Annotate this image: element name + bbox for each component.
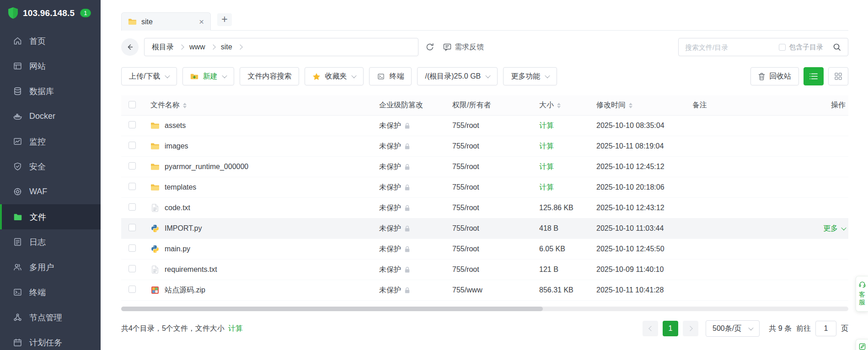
sidebar-item-database[interactable]: 数据库 — [0, 79, 101, 104]
modified-time: 2025-10-10 20:18:06 — [596, 183, 692, 191]
modified-time: 2025-10-10 11:03:44 — [596, 224, 692, 233]
row-checkbox[interactable] — [129, 142, 136, 149]
size-calc-link[interactable]: 计算 — [539, 142, 554, 150]
total-size-calc-link[interactable]: 计算 — [228, 324, 243, 334]
recycle-bin-button[interactable]: 回收站 — [750, 67, 799, 85]
tab-close-icon[interactable]: × — [199, 17, 204, 26]
feedback-link[interactable]: 需求反馈 — [443, 42, 484, 52]
table-row[interactable]: requirements.txt 未保护 755/root 121 B 2025… — [121, 260, 848, 280]
back-button[interactable] — [121, 38, 139, 56]
more-features-button[interactable]: 更多功能 — [503, 67, 557, 85]
path-bar: 根目录 www site 需求反馈 包含子目录 — [121, 38, 848, 56]
refresh-button[interactable] — [425, 42, 434, 52]
customer-support-widget[interactable]: 客服 — [856, 276, 868, 312]
sidebar-item-security[interactable]: 安全 — [0, 154, 101, 179]
sidebar-item-home[interactable]: 首页 — [0, 28, 101, 53]
sidebar-item-label: 监控 — [29, 136, 46, 147]
table-row[interactable]: code.txt 未保护 755/root 125.86 KB 2025-10-… — [121, 198, 848, 218]
status-bar: 共4个目录，5个文件，文件大小 计算 1 500条/页 共 9 条 前往 页 — [121, 320, 848, 337]
grid-view-icon — [834, 73, 842, 80]
more-actions-link[interactable]: 更多 — [823, 224, 846, 233]
sidebar-item-cron[interactable]: 计划任务 — [0, 330, 101, 350]
table-row[interactable]: assets 未保护 755/root 计算 2025-10-10 08:35:… — [121, 116, 848, 136]
breadcrumb-www[interactable]: www — [189, 43, 205, 51]
table-row[interactable]: 站点源码.zip 未保护 755/www 856.31 KB 2025-10-1… — [121, 280, 848, 301]
file-name-link[interactable]: IMPORT.py — [165, 224, 202, 233]
column-mtime[interactable]: 修改时间 — [596, 101, 692, 110]
page-size-select[interactable]: 500条/页 — [706, 320, 760, 337]
row-checkbox[interactable] — [129, 244, 136, 252]
row-checkbox[interactable] — [129, 224, 136, 231]
sidebar-item-multi-user[interactable]: 多用户 — [0, 255, 101, 280]
terminal-button[interactable]: 终端 — [369, 67, 412, 85]
upload-download-button[interactable]: 上传/下载 — [121, 67, 177, 85]
search-button[interactable] — [826, 38, 848, 56]
sidebar-item-files[interactable]: 文件 — [0, 204, 101, 229]
include-subdir-option[interactable]: 包含子目录 — [776, 43, 826, 52]
review-widget[interactable]: 评 — [856, 339, 868, 350]
next-page-button[interactable] — [683, 321, 698, 336]
breadcrumb-root[interactable]: 根目录 — [152, 42, 174, 52]
disk-selector-button[interactable]: /(根目录)25.0 GB — [417, 67, 498, 85]
sidebar-item-logs[interactable]: 日志 — [0, 229, 101, 255]
new-file-button[interactable]: 新建 — [182, 67, 234, 85]
sidebar-item-label: 文件 — [30, 212, 46, 223]
file-name-link[interactable]: main.py — [165, 245, 190, 253]
file-name-link[interactable]: templates — [165, 183, 196, 191]
tab-bar: site × + — [121, 12, 848, 31]
sidebar-item-monitor[interactable]: 监控 — [0, 129, 101, 154]
file-name-link[interactable]: pyarmor_runtime_000000 — [165, 163, 248, 171]
search-input[interactable] — [679, 43, 776, 51]
protection-status: 未保护 — [379, 142, 401, 151]
chevron-down-icon — [352, 73, 357, 78]
table-row[interactable]: images 未保护 755/root 计算 2025-10-11 08:19:… — [121, 136, 848, 157]
lock-icon — [404, 184, 410, 191]
column-size[interactable]: 大小 — [539, 101, 596, 110]
grid-view-toggle[interactable] — [828, 67, 848, 85]
file-name-link[interactable]: requirements.txt — [165, 265, 217, 274]
list-view-toggle[interactable] — [804, 67, 824, 85]
include-subdir-checkbox[interactable] — [779, 44, 786, 51]
row-checkbox[interactable] — [129, 121, 136, 128]
modified-time: 2025-10-10 12:45:12 — [596, 163, 692, 171]
sidebar-item-website[interactable]: 网站 — [0, 53, 101, 79]
sidebar-menu: 首页 网站 数据库 Docker 监控 安全 — [0, 28, 101, 350]
row-checkbox[interactable] — [129, 203, 136, 211]
panel-shield-logo-icon — [7, 7, 19, 19]
lock-icon — [404, 143, 410, 150]
search-icon — [833, 43, 841, 51]
file-name-link[interactable]: code.txt — [165, 204, 190, 212]
sidebar-item-waf[interactable]: WAF — [0, 179, 101, 204]
sidebar-item-terminal[interactable]: 终端 — [0, 280, 101, 305]
size-calc-link[interactable]: 计算 — [539, 163, 554, 170]
content-search-button[interactable]: 文件内容搜索 — [240, 67, 299, 85]
row-checkbox[interactable] — [129, 265, 136, 272]
table-row[interactable]: templates 未保护 755/root 计算 2025-10-10 20:… — [121, 177, 848, 198]
sidebar-item-node-manage[interactable]: 节点管理 — [0, 305, 101, 330]
directory-summary: 共4个目录，5个文件，文件大小 — [121, 324, 225, 334]
row-checkbox[interactable] — [129, 183, 136, 190]
size-calc-link[interactable]: 计算 — [539, 183, 554, 191]
horizontal-scrollbar-thumb[interactable] — [121, 307, 543, 311]
file-name-link[interactable]: assets — [165, 122, 186, 130]
file-name-link[interactable]: images — [165, 142, 188, 150]
permission-owner: 755/root — [452, 224, 539, 233]
column-filename[interactable]: 文件名称 — [150, 101, 379, 110]
goto-page-input[interactable] — [815, 321, 836, 336]
select-all-checkbox[interactable] — [129, 101, 136, 108]
prev-page-button[interactable] — [643, 321, 658, 336]
new-tab-button[interactable]: + — [217, 13, 232, 26]
row-checkbox[interactable] — [129, 286, 136, 293]
table-row[interactable]: pyarmor_runtime_000000 未保护 755/root 计算 2… — [121, 157, 848, 177]
tab-site[interactable]: site × — [121, 12, 211, 31]
table-row[interactable]: main.py 未保护 755/root 6.05 KB 2025-10-10 … — [121, 239, 848, 260]
favorites-button[interactable]: 收藏夹 — [305, 67, 364, 85]
file-name-link[interactable]: 站点源码.zip — [165, 286, 205, 295]
file-toolbar: 上传/下载 新建 文件内容搜索 收藏夹 终端 /(根目录)25.0 GB — [121, 67, 848, 85]
breadcrumb-site[interactable]: site — [221, 43, 232, 51]
sidebar-item-docker[interactable]: Docker — [0, 104, 101, 129]
table-row[interactable]: IMPORT.py 未保护 755/root 418 B 2025-10-10 … — [121, 218, 848, 239]
current-page-button[interactable]: 1 — [663, 321, 678, 336]
size-calc-link[interactable]: 计算 — [539, 122, 554, 129]
row-checkbox[interactable] — [129, 162, 136, 170]
